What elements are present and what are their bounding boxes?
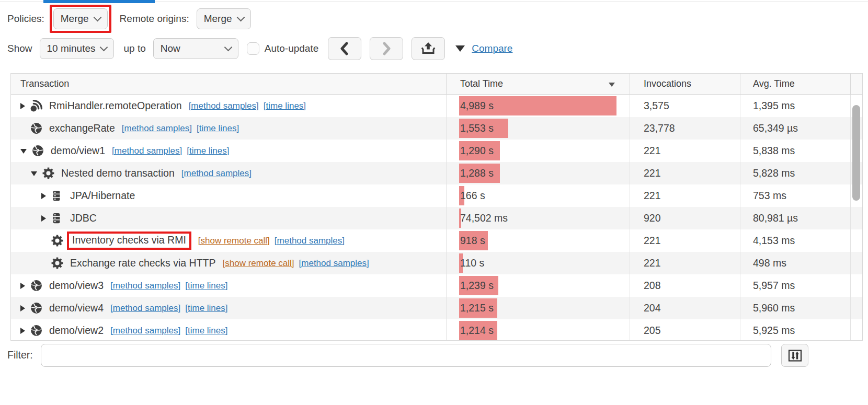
column-header-total-time[interactable]: Total Time bbox=[446, 74, 630, 94]
avg-time-value: 80,981 µs bbox=[753, 212, 798, 224]
column-header-transaction[interactable]: Transaction bbox=[11, 74, 446, 94]
active-tab-indicator bbox=[43, 0, 155, 3]
invocations-value: 221 bbox=[644, 145, 661, 157]
up-to-value: Now bbox=[161, 43, 180, 54]
scrollbar-thumb[interactable] bbox=[852, 105, 860, 201]
table-header: Transaction Total Time Invocations Avg. … bbox=[11, 74, 862, 95]
time-lines-link[interactable]: [time lines] bbox=[185, 281, 227, 291]
invocations-value: 23,778 bbox=[644, 122, 675, 134]
policies-toolbar: Policies: Merge Remote origins: Merge bbox=[7, 4, 251, 33]
invocations-value: 221 bbox=[644, 235, 661, 247]
expand-icon[interactable] bbox=[41, 215, 46, 222]
transaction-name: Nested demo transaction bbox=[61, 167, 175, 179]
export-icon bbox=[421, 41, 436, 56]
method-samples-link[interactable]: [method samples] bbox=[110, 303, 180, 314]
remote-origins-dropdown-value: Merge bbox=[204, 13, 232, 25]
table-row[interactable]: Nested demo transaction [method samples]… bbox=[11, 162, 862, 184]
collapse-icon[interactable] bbox=[20, 149, 27, 154]
remote-origins-dropdown[interactable]: Merge bbox=[197, 8, 251, 29]
total-time-value: 1,288 s bbox=[460, 167, 494, 179]
time-lines-link[interactable]: [time lines] bbox=[187, 146, 229, 156]
avg-time-value: 5,957 ms bbox=[753, 280, 795, 292]
table-row[interactable]: demo/view1 [method samples] [time lines]… bbox=[11, 140, 862, 162]
expand-icon[interactable] bbox=[20, 283, 25, 289]
avg-time-value: 4,153 ms bbox=[753, 235, 795, 247]
show-remote-call-link[interactable]: [show remote call] bbox=[223, 258, 294, 269]
auto-update-checkbox[interactable] bbox=[247, 42, 259, 55]
time-lines-link[interactable]: [time lines] bbox=[185, 303, 227, 314]
transaction-name: JDBC bbox=[70, 212, 97, 224]
total-time-value: 1,553 s bbox=[460, 122, 494, 134]
up-to-label: up to bbox=[123, 43, 145, 54]
avg-time-value: 5,925 ms bbox=[753, 325, 795, 337]
total-time-value: 166 s bbox=[460, 190, 485, 202]
transaction-name: RmiHandler.remoteOperation bbox=[49, 100, 182, 112]
avg-time-value: 498 ms bbox=[753, 257, 786, 269]
column-header-avg-time[interactable]: Avg. Time bbox=[740, 74, 850, 94]
time-lines-link[interactable]: [time lines] bbox=[197, 123, 239, 134]
invocations-value: 221 bbox=[644, 190, 661, 202]
toggle-columns-button[interactable] bbox=[781, 344, 808, 367]
table-row[interactable]: Inventory checks via RMI [show remote ca… bbox=[11, 229, 862, 252]
table-row[interactable]: demo/view2 [method samples] [time lines]… bbox=[11, 319, 862, 341]
expand-icon[interactable] bbox=[20, 103, 25, 109]
total-time-value: 110 s bbox=[460, 257, 484, 269]
compare-link[interactable]: Compare bbox=[472, 43, 512, 54]
globe-icon bbox=[30, 302, 43, 315]
time-range-toolbar: Show 10 minutes up to Now Auto-update Co… bbox=[7, 36, 512, 62]
table-row[interactable]: RmiHandler.remoteOperation [method sampl… bbox=[11, 95, 862, 117]
expand-icon[interactable] bbox=[41, 193, 46, 199]
invocations-value: 3,575 bbox=[644, 100, 669, 112]
chevron-left-icon bbox=[338, 42, 351, 55]
filter-input[interactable] bbox=[41, 344, 771, 367]
method-samples-link[interactable]: [method samples] bbox=[110, 281, 180, 291]
policies-dropdown-value: Merge bbox=[61, 13, 89, 25]
export-button[interactable] bbox=[412, 37, 445, 60]
compare-caret-icon[interactable] bbox=[455, 45, 465, 52]
table-row[interactable]: demo/view4 [method samples] [time lines]… bbox=[11, 297, 862, 319]
auto-update-label: Auto-update bbox=[265, 43, 319, 54]
total-time-value: 4,989 s bbox=[460, 100, 494, 112]
method-samples-link[interactable]: [method samples] bbox=[299, 258, 369, 269]
expand-icon[interactable] bbox=[20, 305, 25, 311]
transactions-table: Transaction Total Time Invocations Avg. … bbox=[10, 73, 863, 341]
method-samples-link[interactable]: [method samples] bbox=[122, 123, 192, 134]
avg-time-value: 1,395 ms bbox=[753, 100, 795, 112]
globe-icon bbox=[31, 144, 44, 157]
scrollbar-header-spacer bbox=[850, 74, 862, 94]
filter-label: Filter: bbox=[7, 349, 33, 361]
method-samples-link[interactable]: [method samples] bbox=[275, 236, 345, 246]
time-lines-link[interactable]: [time lines] bbox=[185, 326, 227, 336]
avg-time-value: 65,349 µs bbox=[753, 122, 798, 134]
gear-icon bbox=[42, 167, 55, 180]
globe-icon bbox=[30, 279, 43, 292]
transaction-name: Exchange rate checks via HTTP bbox=[70, 257, 216, 269]
show-remote-call-link[interactable]: [show remote call] bbox=[198, 236, 270, 246]
time-window-dropdown[interactable]: 10 minutes bbox=[40, 38, 115, 59]
method-samples-link[interactable]: [method samples] bbox=[110, 326, 180, 336]
table-row[interactable]: JDBC 74,502 ms 920 80,981 µs bbox=[11, 207, 862, 229]
next-time-range-button[interactable] bbox=[370, 37, 403, 60]
invocations-value: 221 bbox=[644, 167, 661, 179]
table-row[interactable]: Exchange rate checks via HTTP [show remo… bbox=[11, 252, 862, 274]
collapse-icon[interactable] bbox=[31, 171, 37, 176]
database-icon bbox=[51, 212, 64, 225]
method-samples-link[interactable]: [method samples] bbox=[181, 168, 252, 179]
invocations-value: 205 bbox=[644, 325, 661, 337]
column-header-invocations[interactable]: Invocations bbox=[630, 74, 740, 94]
total-time-value: 74,502 ms bbox=[460, 212, 508, 224]
table-row[interactable]: JPA/Hibernate 166 s 221 753 ms bbox=[11, 184, 862, 207]
table-row[interactable]: demo/view3 [method samples] [time lines]… bbox=[11, 274, 862, 297]
gear-icon bbox=[51, 257, 64, 270]
total-time-header-label: Total Time bbox=[460, 78, 503, 89]
up-to-dropdown[interactable]: Now bbox=[153, 38, 238, 59]
expand-icon[interactable] bbox=[20, 328, 25, 334]
method-samples-link[interactable]: [method samples] bbox=[189, 101, 259, 111]
avg-time-value: 5,960 ms bbox=[753, 302, 795, 314]
method-samples-link[interactable]: [method samples] bbox=[112, 146, 182, 156]
time-lines-link[interactable]: [time lines] bbox=[264, 101, 306, 111]
table-row[interactable]: exchangeRate [method samples] [time line… bbox=[11, 117, 862, 140]
total-time-value: 1,214 s bbox=[460, 325, 494, 337]
previous-time-range-button[interactable] bbox=[328, 37, 361, 60]
policies-dropdown[interactable]: Merge bbox=[53, 8, 108, 29]
